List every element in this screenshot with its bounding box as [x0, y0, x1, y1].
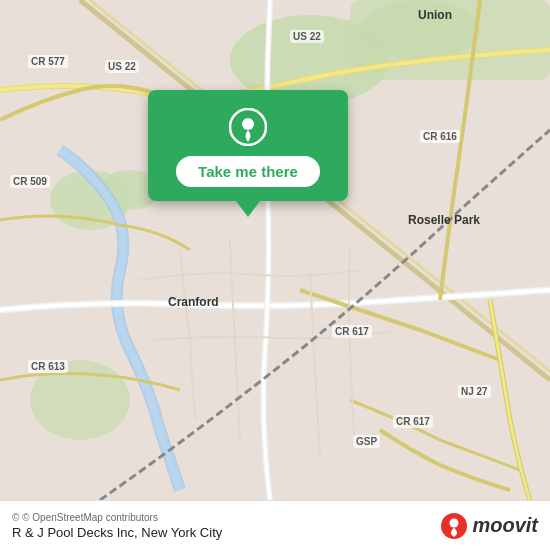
road-label-cr577: CR 577 — [28, 55, 68, 68]
svg-point-8 — [242, 118, 254, 130]
road-label-nj27: NJ 27 — [458, 385, 491, 398]
moovit-icon — [440, 512, 468, 540]
bottom-bar: © © OpenStreetMap contributors R & J Poo… — [0, 500, 550, 550]
city-label-union: Union — [418, 8, 452, 22]
bottom-left-info: © © OpenStreetMap contributors R & J Poo… — [12, 512, 222, 540]
location-label: R & J Pool Decks Inc, New York City — [12, 525, 222, 540]
moovit-logo: moovit — [440, 512, 538, 540]
city-label-roselle-park: Roselle Park — [408, 213, 480, 227]
road-label-gsp: GSP — [353, 435, 380, 448]
moovit-text: moovit — [472, 514, 538, 537]
map-container: CR 577 US 22 US 22 CR 509 CR 616 CR 617 … — [0, 0, 550, 500]
location-pin-icon — [229, 108, 267, 146]
road-label-us22-left: US 22 — [105, 60, 139, 73]
road-label-cr509: CR 509 — [10, 175, 50, 188]
road-label-cr616: CR 616 — [420, 130, 460, 143]
take-me-there-button[interactable]: Take me there — [176, 156, 320, 187]
road-label-us22-right: US 22 — [290, 30, 324, 43]
osm-attribution: © © OpenStreetMap contributors — [12, 512, 222, 523]
road-label-cr617b: CR 617 — [393, 415, 433, 428]
svg-point-10 — [450, 518, 459, 527]
popup-card: Take me there — [148, 90, 348, 201]
copyright-symbol: © — [12, 512, 19, 523]
road-label-cr617: CR 617 — [332, 325, 372, 338]
city-label-cranford: Cranford — [168, 295, 219, 309]
road-label-cr613: CR 613 — [28, 360, 68, 373]
osm-text: © OpenStreetMap contributors — [22, 512, 158, 523]
